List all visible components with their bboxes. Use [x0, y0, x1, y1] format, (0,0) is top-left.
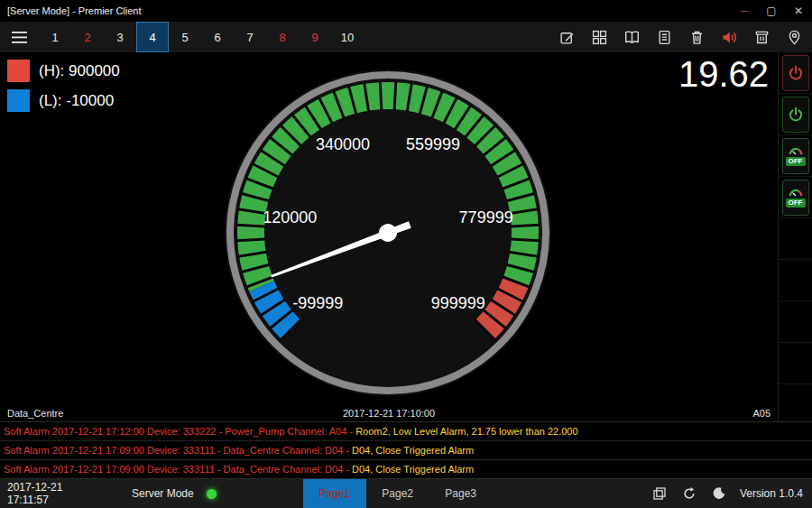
power-button-red[interactable]: [782, 55, 809, 91]
sync-button[interactable]: [675, 479, 705, 508]
tab-4[interactable]: 4: [136, 22, 169, 52]
gauge-dial: -99999120000340000559999779999999999: [208, 52, 568, 413]
tab-8[interactable]: 8: [266, 22, 299, 52]
sidebar-cell-3: OFF: [779, 135, 812, 177]
gauge-tick-label: 120000: [263, 208, 317, 226]
high-alarm-label: (H): 900000: [39, 62, 120, 80]
gauge-tick-label: -99999: [292, 294, 343, 312]
layout-icon: [652, 486, 667, 501]
alarm-legend: (H): 900000 (L): -10000: [7, 60, 120, 112]
titlebar: [Server Mode] - Premier Client ─ ▢ ✕: [0, 0, 812, 22]
version-label: Version 1.0.4: [734, 487, 812, 500]
gauge-tick-label: 779999: [459, 208, 513, 226]
alarm-list: Soft Alarm 2017-12-21 17:12:00 Device: 3…: [0, 421, 812, 478]
modules-button[interactable]: [583, 22, 615, 52]
trash-button[interactable]: [680, 22, 713, 52]
screen-tabs: 1 2 3 4 5 6 7 8 9 10: [39, 22, 364, 52]
moon-icon: [712, 486, 726, 501]
high-alarm-swatch: [7, 60, 30, 82]
sidebar-cell-empty: [779, 260, 812, 301]
status-time: 2017-12-21 17:11:57: [0, 481, 106, 506]
sidebar-cell-2: [779, 94, 812, 135]
legend-low: (L): -10000: [7, 89, 120, 112]
power-icon-red: [788, 65, 804, 81]
statusbar: 2017-12-21 17:11:57 Server Mode Page1 Pa…: [0, 478, 812, 508]
power-icon-green: [788, 106, 804, 123]
alarm-prefix: Soft Alarm 2017-12-21 17:09:00 Device: 3…: [4, 445, 352, 456]
tab-9[interactable]: 9: [299, 22, 331, 52]
bin-button[interactable]: [745, 22, 778, 52]
speaker-icon: [722, 30, 737, 45]
speaker-button[interactable]: [713, 22, 745, 52]
output-toggle-2[interactable]: OFF: [782, 180, 809, 216]
alarm-message: Room2, Low Level Alarm, 21.75 lower than…: [355, 426, 577, 437]
alarm-message: D04, Close Triggered Alarm: [352, 464, 474, 475]
edit-icon: [559, 30, 575, 45]
toolbar: 1 2 3 4 5 6 7 8 9 10: [0, 22, 812, 52]
sidebar-cell-1: [779, 52, 812, 94]
hamburger-icon: [12, 32, 27, 43]
tab-2[interactable]: 2: [71, 22, 104, 52]
minimize-button[interactable]: ─: [731, 0, 758, 22]
gauge-tick-label: 559999: [406, 135, 460, 153]
gauge-footer: 2017-12-21 17:10:00 Data_Centre A05: [0, 406, 778, 421]
pin-icon: [787, 30, 802, 45]
window-controls: ─ ▢ ✕: [731, 0, 812, 22]
layout-button[interactable]: [645, 479, 675, 508]
toggle-state-label: OFF: [786, 199, 806, 208]
page-tab-1[interactable]: Page1: [303, 479, 366, 508]
gauge-panel: (H): 900000 (L): -10000 19.62 -999991200…: [0, 52, 778, 421]
mini-gauge-icon: [789, 188, 803, 197]
gauge-tick-label: 999999: [431, 294, 485, 312]
pin-button[interactable]: [778, 22, 810, 52]
tab-5[interactable]: 5: [169, 22, 201, 52]
sidebar-cell-empty: [779, 343, 812, 384]
page-switcher: Page1 Page2 Page3: [303, 479, 493, 508]
bin-icon: [754, 30, 770, 45]
sidebar-cell-empty: [779, 301, 812, 343]
edit-button[interactable]: [550, 22, 583, 52]
trash-icon: [689, 30, 705, 45]
page-tab-3[interactable]: Page3: [429, 479, 493, 508]
gauge-timestamp: 2017-12-21 17:10:00: [0, 408, 778, 419]
window-title: [Server Mode] - Premier Client: [0, 5, 142, 16]
menu-icon[interactable]: [0, 32, 39, 43]
power-button-green[interactable]: [782, 97, 809, 133]
statusbar-actions: [645, 479, 734, 508]
content-area: (H): 900000 (L): -10000 19.62 -999991200…: [0, 52, 812, 421]
notes-icon: [657, 30, 672, 45]
low-alarm-label: (L): -10000: [39, 92, 114, 110]
modules-icon: [592, 30, 607, 45]
book-button[interactable]: [615, 22, 648, 52]
gauge-tick-label: 340000: [316, 135, 370, 153]
alarm-prefix: Soft Alarm 2017-12-21 17:12:00 Device: 3…: [4, 426, 355, 437]
alarm-prefix: Soft Alarm 2017-12-21 17:09:00 Device: 3…: [4, 464, 352, 475]
status-led: [207, 489, 217, 499]
toolbar-actions: [550, 22, 812, 52]
device-name: Data_Centre: [7, 408, 63, 419]
night-mode-button[interactable]: [705, 479, 734, 508]
alarm-row[interactable]: Soft Alarm 2017-12-21 17:09:00 Device: 3…: [0, 441, 812, 460]
current-value: 19.62: [678, 54, 769, 95]
alarm-row[interactable]: Soft Alarm 2017-12-21 17:09:00 Device: 3…: [0, 460, 812, 479]
mode-label: Server Mode: [132, 487, 194, 500]
tab-1[interactable]: 1: [39, 22, 71, 52]
tab-7[interactable]: 7: [234, 22, 266, 52]
sidebar-cell-empty: [779, 218, 812, 260]
alarm-row[interactable]: Soft Alarm 2017-12-21 17:12:00 Device: 3…: [0, 422, 812, 441]
tab-10[interactable]: 10: [331, 22, 364, 52]
output-toggle-1[interactable]: OFF: [782, 138, 809, 174]
sync-icon: [682, 486, 697, 501]
channel-id: A05: [752, 408, 770, 419]
close-button[interactable]: ✕: [785, 0, 812, 22]
alarm-message: D04, Close Triggered Alarm: [352, 445, 474, 456]
tab-3[interactable]: 3: [104, 22, 136, 52]
notes-button[interactable]: [648, 22, 680, 52]
control-sidebar: OFF OFF: [778, 52, 812, 421]
app-window: [Server Mode] - Premier Client ─ ▢ ✕ 1 2…: [0, 0, 812, 508]
page-tab-2[interactable]: Page2: [366, 479, 429, 508]
book-icon: [624, 30, 640, 45]
maximize-button[interactable]: ▢: [758, 0, 785, 22]
tab-6[interactable]: 6: [201, 22, 234, 52]
toggle-state-label: OFF: [786, 157, 806, 166]
